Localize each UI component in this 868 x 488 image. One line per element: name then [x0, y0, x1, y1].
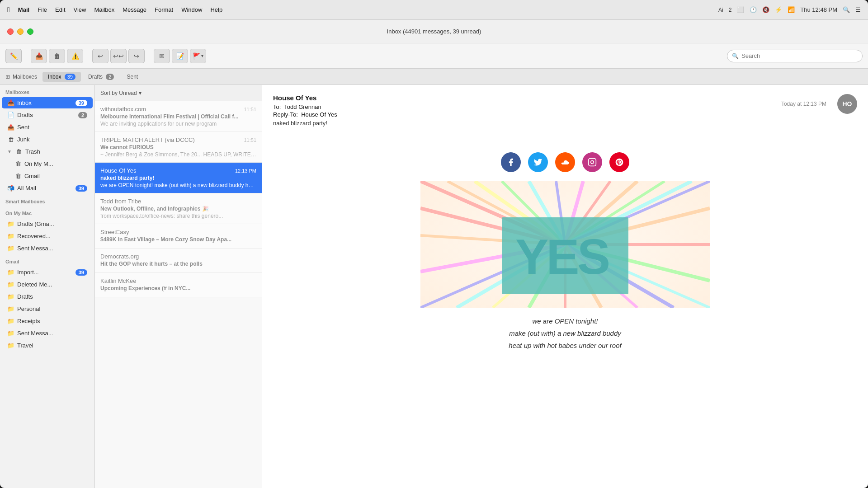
message-list: Sort by Unread ▾ withoutatbox.com 11:51 … [95, 85, 262, 488]
delete-button[interactable]: 🗑 [49, 49, 65, 63]
sidebar-item-travel[interactable]: 📁 Travel [2, 340, 93, 351]
replyto-label: Reply-To: [273, 111, 298, 118]
search-menu-icon[interactable]: 🔍 [843, 6, 850, 13]
menu-edit[interactable]: Edit [55, 6, 65, 13]
sidebar-item-receipts[interactable]: 📁 Receipts [2, 315, 93, 327]
twitter-icon[interactable] [528, 152, 548, 172]
menu-message[interactable]: Message [123, 6, 146, 13]
menu-bar-right: Ai 2 ⬜ 🕐 🔇 ⚡ 📶 Thu 12:48 PM 🔍 ☰ [718, 6, 861, 13]
instagram-icon[interactable] [582, 152, 602, 172]
sidebar-item-allmail[interactable]: 📬 All Mail 39 [2, 183, 93, 194]
fullscreen-button[interactable] [27, 28, 33, 35]
message-item[interactable]: StreetEasy $489K in East Village – More … [95, 224, 262, 249]
menu-window[interactable]: Window [181, 6, 202, 13]
mailboxes-button[interactable]: ⊞ Mailboxes [5, 74, 37, 80]
new-message-button[interactable]: ✉ [154, 49, 170, 63]
message-item[interactable]: withoutatbox.com 11:51 Melbourne Interna… [95, 101, 262, 132]
message-item[interactable]: Todd from Tribe New Outlook, Offline, an… [95, 193, 262, 224]
archive-button[interactable]: 📥 [31, 49, 47, 63]
drafts-label: Drafts [17, 112, 75, 118]
facebook-icon[interactable] [501, 152, 521, 172]
message-item[interactable]: TRIPLE MATCH ALERT (via DCCC) 11:51 We c… [95, 132, 262, 163]
apple-menu[interactable]:  [7, 6, 10, 14]
menu-mail[interactable]: Mail [18, 6, 29, 13]
msg-sender-7: Kaitlin McKee [100, 277, 136, 284]
msg-subject-7: Upcoming Experiences (# in NYC... [100, 285, 256, 291]
msg-sender-1: withoutatbox.com [100, 106, 146, 113]
email-header-left: House Of Yes To: Todd Grennan Reply-To: … [273, 94, 781, 127]
notification-icon[interactable]: ☰ [855, 6, 861, 13]
sidebar-item-personal[interactable]: 📁 Personal [2, 303, 93, 314]
sidebar-item-inbox[interactable]: 📥 Inbox 39 [2, 97, 93, 108]
traffic-lights [7, 28, 33, 35]
sidebar-item-import[interactable]: 📁 Import... 39 [2, 267, 93, 278]
msg-header-6: Democrats.org [100, 253, 256, 260]
sort-button[interactable]: Sort by Unread ▾ [100, 90, 142, 96]
close-button[interactable] [7, 28, 14, 35]
trash-onmymac-icon: 🗑 [14, 160, 22, 167]
sidebar-item-trash-gmail[interactable]: 🗑 Gmail [2, 170, 93, 182]
message-item-selected[interactable]: House Of Yes 12:13 PM naked blizzard par… [95, 163, 262, 193]
email-body-text: we are OPEN tonight! make (out with) a n… [262, 308, 868, 359]
inbox-icon: 📥 [7, 99, 14, 106]
menu-format[interactable]: Format [155, 6, 173, 13]
minimize-button[interactable] [17, 28, 24, 35]
sidebar-item-trash[interactable]: ▼ 🗑 Trash [2, 146, 93, 157]
sidebar-section-gmail: Gmail [0, 254, 94, 266]
sidebar-section-onmymac: On My Mac [0, 206, 94, 218]
reply-all-button[interactable]: ↩↩ [110, 49, 127, 63]
menu-view[interactable]: View [74, 6, 86, 13]
sidebar-item-drafts-gmail[interactable]: 📁 Drafts [2, 291, 93, 302]
soundcloud-icon[interactable] [555, 152, 575, 172]
sidebar-item-junk[interactable]: 🗑 Junk [2, 134, 93, 145]
sent-label: Sent [17, 124, 87, 131]
sidebar-item-sentmessa-gmail[interactable]: 📁 Sent Messa... [2, 328, 93, 339]
body-line-3: heat up with hot babes under our roof [280, 339, 850, 352]
forward-button[interactable]: ↪ [128, 49, 145, 63]
adobe-count: 2 [729, 7, 732, 13]
tab-inbox[interactable]: Inbox 39 [42, 72, 81, 82]
sidebar-item-deleted[interactable]: 📁 Deleted Me... [2, 279, 93, 290]
search-input[interactable] [741, 52, 858, 59]
sidebar-item-sentmessa-onmymac[interactable]: 📁 Sent Messa... [2, 243, 93, 254]
sidebar-item-drafts[interactable]: 📄 Drafts 2 [2, 109, 93, 121]
trash-gmail-icon: 🗑 [14, 173, 22, 179]
folder-icon-7: 📁 [7, 305, 14, 312]
sidebar-item-sent[interactable]: 📤 Sent [2, 122, 93, 133]
sidebar-item-trash-onmymac[interactable]: 🗑 On My M... [2, 158, 93, 169]
allmail-icon: 📬 [7, 185, 14, 192]
msg-header-4: Todd from Tribe [100, 198, 256, 205]
msg-time-3: 12:13 PM [235, 168, 256, 174]
message-item[interactable]: Kaitlin McKee Upcoming Experiences (# in… [95, 273, 262, 297]
email-header: House Of Yes To: Todd Grennan Reply-To: … [262, 85, 868, 134]
msg-sender-2: TRIPLE MATCH ALERT (via DCCC) [100, 136, 195, 143]
tab-sent[interactable]: Sent [121, 72, 143, 82]
time-machine-icon: 🕐 [750, 6, 757, 13]
menu-mailbox[interactable]: Mailbox [94, 6, 114, 13]
tab-drafts[interactable]: Drafts 2 [83, 72, 119, 82]
search-icon: 🔍 [732, 53, 739, 59]
yes-banner: YES [420, 181, 710, 308]
flag-button[interactable]: 🚩▾ [190, 49, 206, 63]
msg-header-7: Kaitlin McKee [100, 277, 256, 284]
search-bar[interactable]: 🔍 [727, 50, 863, 62]
msg-subject-1: Melbourne International Film Festival | … [100, 113, 256, 120]
reply-button[interactable]: ↩ [92, 49, 108, 63]
inbox-badge: 39 [65, 74, 75, 80]
junk-button[interactable]: ⚠️ [67, 49, 83, 63]
expand-icon: ▼ [7, 149, 12, 154]
svg-rect-0 [589, 159, 596, 166]
sidebar-item-recovered[interactable]: 📁 Recovered... [2, 230, 93, 242]
sidebar-item-drafts-gma[interactable]: 📁 Drafts (Gma... [2, 218, 93, 230]
folder-icon-8: 📁 [7, 318, 14, 324]
menu-file[interactable]: File [38, 6, 47, 13]
compose-button[interactable]: ✏️ [5, 49, 22, 63]
sidebar-section-mailboxes: Mailboxes [0, 85, 94, 97]
note-button[interactable]: 📝 [172, 49, 188, 63]
msg-preview-4: from workspace.to/office-news: share thi… [100, 213, 256, 219]
pinterest-icon[interactable] [609, 152, 629, 172]
message-list-header: Sort by Unread ▾ [95, 85, 262, 101]
menu-help[interactable]: Help [210, 6, 222, 13]
msg-preview-2: ~ Jennifer Berg & Zoe Simmons, The 20...… [100, 151, 256, 158]
message-item[interactable]: Democrats.org Hit the GOP where it hurts… [95, 249, 262, 273]
